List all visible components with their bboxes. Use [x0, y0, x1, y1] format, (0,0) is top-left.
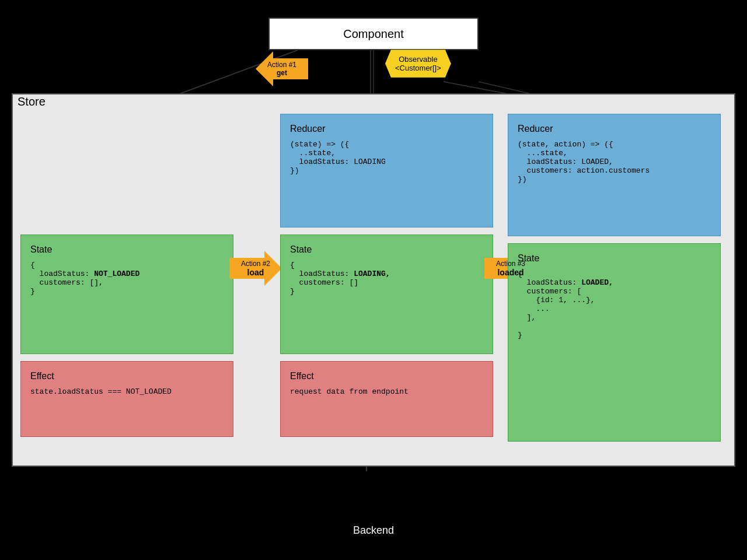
component-label: Component	[343, 27, 403, 41]
state3-box: State { loadStatus: LOADED, customers: […	[508, 243, 721, 442]
state2-box: State { loadStatus: LOADING, customers: …	[280, 235, 493, 354]
reducer3-code: (state, action) => ({ ...state, loadStat…	[518, 140, 711, 184]
component-box: Component	[268, 18, 479, 50]
reducer2-code: (state) => ({ ..state, loadStatus: LOADI…	[290, 140, 483, 175]
state1-box: State { loadStatus: NOT_LOADED customers…	[20, 235, 233, 354]
state3-code-bold: LOADED,	[581, 278, 613, 287]
action2-arrow-shape: Action #2 load	[229, 251, 282, 286]
diagram-area: Component Action #1 get Observable <Cust…	[0, 0, 747, 560]
state3-code: { loadStatus: LOADED, customers: [ {id: …	[518, 270, 711, 340]
state2-code: { loadStatus: LOADING, customers: [] }	[290, 261, 483, 296]
effect2-code: request data from endpoint	[290, 387, 483, 396]
action3-arrow-shape: Action #3 loaded	[484, 251, 537, 286]
action2-number: Action #2	[241, 260, 270, 268]
action2-arrow: Action #2 load	[229, 251, 282, 286]
action3-arrow-label: Action #3 loaded	[484, 251, 537, 286]
action2-arrow-label: Action #2 load	[229, 251, 282, 286]
effect2-box: Effect request data from endpoint	[280, 361, 493, 437]
column-3: Reducer (state, action) => ({ ...state, …	[508, 114, 721, 449]
effect2-title: Effect	[290, 371, 483, 382]
effect1-code: state.loadStatus === NOT_LOADED	[30, 387, 224, 396]
column-1: State { loadStatus: NOT_LOADED customers…	[20, 114, 233, 437]
store-label: Store	[18, 95, 46, 108]
state1-code-bold: NOT_LOADED	[94, 270, 139, 278]
state1-code-pre: { loadStatus:	[30, 261, 94, 278]
state1-code: { loadStatus: NOT_LOADED customers: [],}	[30, 261, 224, 296]
reducer3-title: Reducer	[518, 124, 711, 134]
effect1-title: Effect	[30, 371, 224, 382]
state1-code-post: customers: [],}	[30, 278, 103, 296]
state2-title: State	[290, 244, 483, 255]
state3-title: State	[518, 253, 711, 264]
observable-line1: Observable	[395, 55, 441, 64]
state1-title: State	[30, 244, 224, 255]
action2-label: load	[247, 268, 264, 277]
reducer3-box: Reducer (state, action) => ({ ...state, …	[508, 114, 721, 236]
action1-arrow: Action #1 get	[256, 51, 308, 86]
action1-number: Action #1	[267, 61, 296, 69]
action3-label: loaded	[497, 268, 523, 277]
effect1-box: Effect state.loadStatus === NOT_LOADED	[20, 361, 233, 437]
action1-label: get	[277, 69, 287, 77]
state2-code-bold: LOADING,	[354, 270, 390, 278]
backend-label: Backend	[0, 524, 747, 537]
column-2: Reducer (state) => ({ ..state, loadStatu…	[280, 114, 493, 437]
reducer2-box: Reducer (state) => ({ ..state, loadStatu…	[280, 114, 493, 228]
observable-box: Observable <Customer[]>	[385, 50, 451, 78]
action3-arrow: Action #3 loaded	[484, 251, 537, 286]
action3-number: Action #3	[496, 260, 525, 268]
reducer2-title: Reducer	[290, 124, 483, 134]
observable-line2: <Customer[]>	[395, 64, 441, 72]
